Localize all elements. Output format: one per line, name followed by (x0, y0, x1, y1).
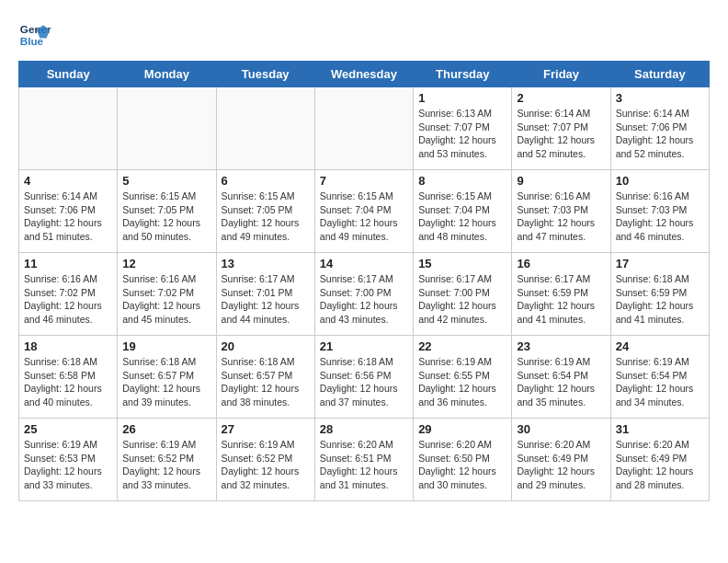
calendar-cell: 12Sunrise: 6:16 AM Sunset: 7:02 PM Dayli… (118, 253, 216, 336)
day-number: 17 (616, 257, 704, 270)
calendar-cell: 24Sunrise: 6:19 AM Sunset: 6:54 PM Dayli… (610, 336, 709, 419)
day-info: Sunrise: 6:17 AM Sunset: 7:00 PM Dayligh… (320, 272, 408, 327)
day-number: 21 (320, 339, 408, 353)
day-number: 18 (24, 339, 112, 353)
day-number: 30 (517, 422, 605, 436)
calendar-cell (314, 87, 413, 170)
day-info: Sunrise: 6:15 AM Sunset: 7:04 PM Dayligh… (320, 190, 408, 244)
calendar-cell: 27Sunrise: 6:19 AM Sunset: 6:52 PM Dayli… (216, 419, 314, 501)
day-number: 25 (24, 422, 112, 436)
day-info: Sunrise: 6:17 AM Sunset: 7:01 PM Dayligh… (222, 272, 310, 327)
day-info: Sunrise: 6:19 AM Sunset: 6:54 PM Dayligh… (517, 355, 605, 409)
day-info: Sunrise: 6:20 AM Sunset: 6:50 PM Dayligh… (418, 438, 506, 492)
day-number: 19 (122, 339, 210, 353)
day-info: Sunrise: 6:15 AM Sunset: 7:05 PM Dayligh… (122, 190, 210, 244)
day-number: 1 (418, 91, 506, 105)
day-info: Sunrise: 6:19 AM Sunset: 6:52 PM Dayligh… (122, 438, 210, 492)
day-info: Sunrise: 6:16 AM Sunset: 7:03 PM Dayligh… (517, 190, 605, 244)
column-header-monday: Monday (118, 62, 216, 87)
calendar-cell: 19Sunrise: 6:18 AM Sunset: 6:57 PM Dayli… (118, 336, 216, 419)
week-row-3: 11Sunrise: 6:16 AM Sunset: 7:02 PM Dayli… (19, 253, 710, 336)
day-info: Sunrise: 6:16 AM Sunset: 7:02 PM Dayligh… (24, 272, 112, 327)
calendar-cell: 21Sunrise: 6:18 AM Sunset: 6:56 PM Dayli… (314, 336, 413, 419)
day-info: Sunrise: 6:16 AM Sunset: 7:02 PM Dayligh… (122, 272, 210, 327)
day-number: 20 (222, 339, 310, 353)
column-header-sunday: Sunday (19, 62, 118, 87)
week-row-5: 25Sunrise: 6:19 AM Sunset: 6:53 PM Dayli… (19, 419, 710, 501)
day-info: Sunrise: 6:14 AM Sunset: 7:06 PM Dayligh… (24, 190, 112, 244)
day-number: 8 (418, 174, 506, 188)
day-number: 15 (418, 257, 506, 270)
calendar-cell: 13Sunrise: 6:17 AM Sunset: 7:01 PM Dayli… (216, 253, 314, 336)
week-row-4: 18Sunrise: 6:18 AM Sunset: 6:58 PM Dayli… (19, 336, 710, 419)
day-number: 22 (418, 339, 506, 353)
day-number: 14 (320, 257, 408, 270)
day-info: Sunrise: 6:15 AM Sunset: 7:05 PM Dayligh… (222, 190, 310, 244)
calendar-cell: 28Sunrise: 6:20 AM Sunset: 6:51 PM Dayli… (314, 419, 413, 501)
column-header-friday: Friday (512, 62, 610, 87)
day-number: 3 (616, 91, 704, 105)
day-number: 5 (122, 174, 210, 188)
day-number: 4 (24, 174, 112, 188)
day-number: 28 (320, 422, 408, 436)
week-row-1: 1Sunrise: 6:13 AM Sunset: 7:07 PM Daylig… (19, 87, 710, 170)
day-info: Sunrise: 6:16 AM Sunset: 7:03 PM Dayligh… (616, 190, 704, 244)
calendar-cell: 5Sunrise: 6:15 AM Sunset: 7:05 PM Daylig… (118, 170, 216, 253)
calendar-cell: 11Sunrise: 6:16 AM Sunset: 7:02 PM Dayli… (19, 253, 118, 336)
day-number: 7 (320, 174, 408, 188)
day-info: Sunrise: 6:18 AM Sunset: 6:58 PM Dayligh… (24, 355, 112, 409)
calendar-cell: 18Sunrise: 6:18 AM Sunset: 6:58 PM Dayli… (19, 336, 118, 419)
day-number: 2 (517, 91, 605, 105)
calendar-cell: 9Sunrise: 6:16 AM Sunset: 7:03 PM Daylig… (512, 170, 610, 253)
calendar-cell: 8Sunrise: 6:15 AM Sunset: 7:04 PM Daylig… (414, 170, 512, 253)
day-info: Sunrise: 6:14 AM Sunset: 7:06 PM Dayligh… (616, 107, 704, 161)
week-row-2: 4Sunrise: 6:14 AM Sunset: 7:06 PM Daylig… (19, 170, 710, 253)
day-info: Sunrise: 6:20 AM Sunset: 6:49 PM Dayligh… (616, 438, 704, 492)
calendar-cell (19, 87, 118, 170)
day-info: Sunrise: 6:19 AM Sunset: 6:53 PM Dayligh… (24, 438, 112, 492)
day-info: Sunrise: 6:19 AM Sunset: 6:55 PM Dayligh… (418, 355, 506, 409)
day-info: Sunrise: 6:20 AM Sunset: 6:49 PM Dayligh… (517, 438, 605, 492)
day-number: 6 (222, 174, 310, 188)
day-number: 9 (517, 174, 605, 188)
calendar-cell: 22Sunrise: 6:19 AM Sunset: 6:55 PM Dayli… (414, 336, 512, 419)
day-number: 29 (418, 422, 506, 436)
day-number: 31 (616, 422, 704, 436)
day-info: Sunrise: 6:19 AM Sunset: 6:52 PM Dayligh… (222, 438, 310, 492)
day-info: Sunrise: 6:13 AM Sunset: 7:07 PM Dayligh… (418, 107, 506, 161)
column-header-tuesday: Tuesday (216, 62, 314, 87)
calendar-cell: 4Sunrise: 6:14 AM Sunset: 7:06 PM Daylig… (19, 170, 118, 253)
day-info: Sunrise: 6:14 AM Sunset: 7:07 PM Dayligh… (517, 107, 605, 161)
calendar-cell (118, 87, 216, 170)
logo: General Blue (18, 18, 55, 52)
calendar-cell: 20Sunrise: 6:18 AM Sunset: 6:57 PM Dayli… (216, 336, 314, 419)
day-number: 11 (24, 257, 112, 270)
day-number: 16 (517, 257, 605, 270)
page-header: General Blue (18, 18, 710, 52)
calendar-cell (216, 87, 314, 170)
day-info: Sunrise: 6:19 AM Sunset: 6:54 PM Dayligh… (616, 355, 704, 409)
day-info: Sunrise: 6:17 AM Sunset: 7:00 PM Dayligh… (418, 272, 506, 327)
day-info: Sunrise: 6:18 AM Sunset: 6:56 PM Dayligh… (320, 355, 408, 409)
calendar-cell: 6Sunrise: 6:15 AM Sunset: 7:05 PM Daylig… (216, 170, 314, 253)
calendar-cell: 2Sunrise: 6:14 AM Sunset: 7:07 PM Daylig… (512, 87, 610, 170)
column-header-thursday: Thursday (414, 62, 512, 87)
calendar-cell: 10Sunrise: 6:16 AM Sunset: 7:03 PM Dayli… (610, 170, 709, 253)
calendar-cell: 14Sunrise: 6:17 AM Sunset: 7:00 PM Dayli… (314, 253, 413, 336)
day-number: 13 (222, 257, 310, 270)
day-number: 24 (616, 339, 704, 353)
calendar-header-row: SundayMondayTuesdayWednesdayThursdayFrid… (19, 62, 710, 87)
calendar-cell: 23Sunrise: 6:19 AM Sunset: 6:54 PM Dayli… (512, 336, 610, 419)
day-number: 23 (517, 339, 605, 353)
calendar-cell: 30Sunrise: 6:20 AM Sunset: 6:49 PM Dayli… (512, 419, 610, 501)
calendar-cell: 15Sunrise: 6:17 AM Sunset: 7:00 PM Dayli… (414, 253, 512, 336)
day-number: 10 (616, 174, 704, 188)
day-info: Sunrise: 6:18 AM Sunset: 6:59 PM Dayligh… (616, 272, 704, 327)
calendar-cell: 25Sunrise: 6:19 AM Sunset: 6:53 PM Dayli… (19, 419, 118, 501)
calendar-cell: 17Sunrise: 6:18 AM Sunset: 6:59 PM Dayli… (610, 253, 709, 336)
day-info: Sunrise: 6:18 AM Sunset: 6:57 PM Dayligh… (222, 355, 310, 409)
calendar-cell: 16Sunrise: 6:17 AM Sunset: 6:59 PM Dayli… (512, 253, 610, 336)
column-header-saturday: Saturday (610, 62, 709, 87)
calendar-cell: 1Sunrise: 6:13 AM Sunset: 7:07 PM Daylig… (414, 87, 512, 170)
calendar-cell: 3Sunrise: 6:14 AM Sunset: 7:06 PM Daylig… (610, 87, 709, 170)
